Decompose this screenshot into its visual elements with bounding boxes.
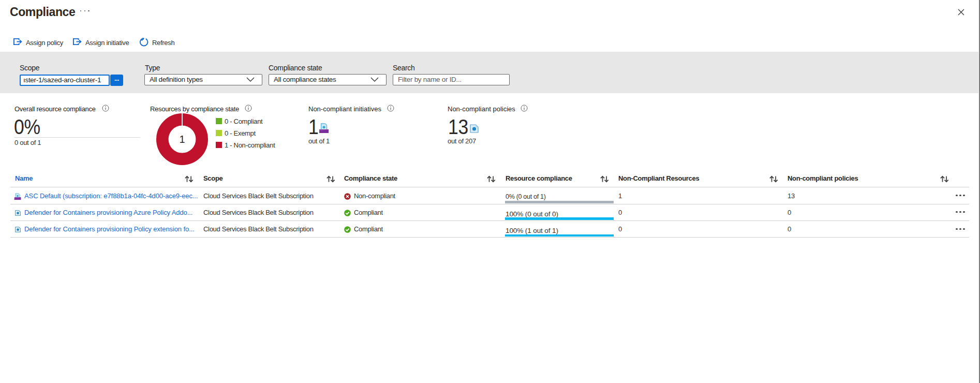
svg-text:1: 1 bbox=[180, 134, 185, 145]
